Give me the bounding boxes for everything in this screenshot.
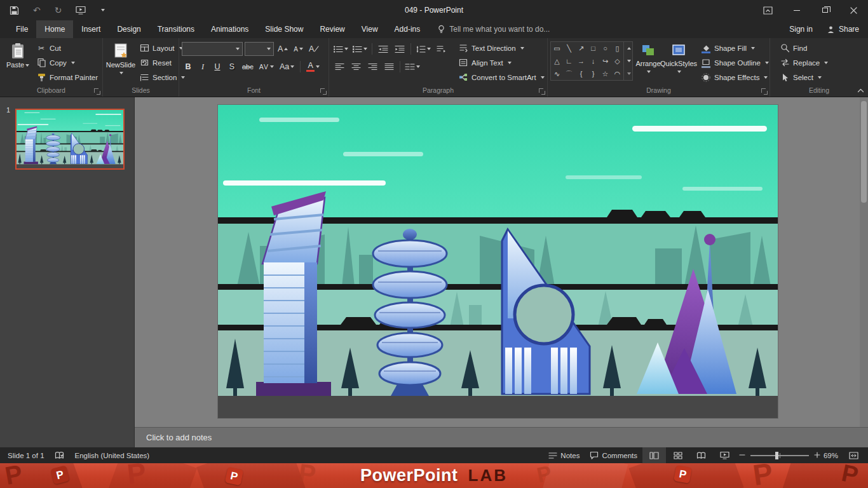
tab-slide-show[interactable]: Slide Show — [257, 20, 311, 38]
text-shadow-button[interactable]: S — [226, 60, 238, 74]
tab-add-ins[interactable]: Add-ins — [386, 20, 429, 38]
shape-arc[interactable]: ⌒ — [563, 67, 575, 80]
minimize-button[interactable] — [782, 0, 811, 20]
numbering-button[interactable] — [351, 42, 369, 56]
align-left-button[interactable] — [332, 60, 347, 74]
increase-indent-button[interactable] — [392, 42, 407, 56]
tab-insert[interactable]: Insert — [73, 20, 109, 38]
shape-effects-button[interactable]: Shape Effects — [698, 70, 772, 85]
vertical-scrollbar[interactable] — [860, 97, 868, 427]
font-name-combobox[interactable] — [182, 42, 243, 56]
bold-button[interactable]: B — [182, 60, 194, 74]
slide-canvas[interactable] — [218, 105, 778, 418]
slide-show-button[interactable] — [713, 447, 736, 463]
zoom-out-button[interactable] — [739, 452, 745, 459]
shape-left-brace[interactable]: { — [575, 67, 587, 80]
shape-fill-button[interactable]: Shape Fill — [698, 41, 772, 55]
line-spacing-button[interactable] — [414, 42, 432, 56]
format-painter-button[interactable]: Format Painter — [33, 70, 101, 85]
shape-rectangle[interactable]: □ — [587, 42, 599, 55]
justify-button[interactable] — [381, 60, 397, 74]
start-from-beginning-button[interactable] — [69, 0, 93, 20]
zoom-slider-thumb[interactable] — [775, 452, 778, 459]
zoom-percentage[interactable]: 69% — [823, 452, 842, 459]
convert-to-smartart-button[interactable]: Convert to SmartArt — [455, 70, 548, 85]
italic-button[interactable]: I — [196, 60, 209, 74]
increase-font-size-button[interactable]: A — [276, 42, 290, 56]
shape-bent-arrow[interactable]: ↪ — [599, 55, 611, 67]
language-indicator[interactable]: English (United States) — [70, 447, 155, 463]
align-center-button[interactable] — [348, 60, 363, 74]
arrange-button[interactable]: Arrange — [633, 40, 663, 76]
columns-button[interactable] — [403, 60, 421, 74]
spell-check-button[interactable] — [50, 447, 70, 463]
replace-button[interactable]: Replace — [776, 55, 831, 70]
tell-me-box[interactable]: Tell me what you want to do... — [431, 20, 556, 38]
shape-arrow-right[interactable]: → — [575, 55, 587, 67]
decrease-indent-button[interactable] — [376, 42, 391, 56]
shape-rounded-rectangle[interactable]: ▯ — [611, 42, 623, 55]
shape-right-brace[interactable]: } — [587, 67, 599, 80]
tab-design[interactable]: Design — [109, 20, 149, 38]
align-right-button[interactable] — [365, 60, 380, 74]
zoom-in-button[interactable] — [814, 452, 820, 459]
change-case-button[interactable]: Aa — [278, 60, 296, 74]
normal-view-button[interactable] — [642, 447, 666, 463]
reading-view-button[interactable] — [689, 447, 713, 463]
shape-chord[interactable]: ◠ — [611, 67, 623, 80]
redo-button[interactable]: ↻ — [48, 0, 69, 20]
clear-formatting-button[interactable]: A — [307, 42, 321, 56]
zoom-slider[interactable] — [750, 455, 809, 456]
slide-indicator[interactable]: Slide 1 of 1 — [3, 447, 50, 463]
tab-transitions[interactable]: Transitions — [149, 20, 203, 38]
save-button[interactable] — [3, 0, 26, 20]
customize-qat-button[interactable] — [93, 0, 112, 20]
notes-pane[interactable]: Click to add notes — [135, 427, 868, 447]
paste-button[interactable]: Paste — [3, 40, 33, 70]
text-direction-button[interactable]: Text Direction — [455, 41, 548, 55]
strikethrough-button[interactable]: abc — [240, 60, 255, 74]
shape-arrow-line[interactable]: ↗ — [575, 42, 587, 55]
shape-star[interactable]: ☆ — [599, 67, 611, 80]
copy-button[interactable]: Copy — [33, 55, 101, 70]
tab-file[interactable]: File — [8, 20, 36, 38]
drawing-dialog-launcher-icon[interactable] — [761, 88, 768, 95]
slide-sorter-view-button[interactable] — [666, 447, 689, 463]
shape-line[interactable]: ╲ — [563, 42, 575, 55]
shape-textbox[interactable]: ▭ — [551, 42, 563, 55]
shape-arrow-down[interactable]: ↓ — [587, 55, 599, 67]
collapse-ribbon-button[interactable] — [857, 86, 864, 95]
cut-button[interactable]: ✂ Cut — [33, 41, 101, 55]
character-spacing-button[interactable]: AV — [257, 60, 276, 74]
sign-in-link[interactable]: Sign in — [789, 25, 813, 34]
share-button[interactable]: Share — [827, 25, 859, 34]
font-dialog-launcher-icon[interactable] — [320, 88, 327, 95]
font-color-button[interactable]: A — [304, 60, 322, 74]
tab-animations[interactable]: Animations — [203, 20, 257, 38]
tab-home[interactable]: Home — [36, 20, 73, 38]
bullets-button[interactable] — [332, 42, 349, 56]
comments-toggle-button[interactable]: Comments — [585, 447, 642, 463]
slide-thumbnail[interactable] — [15, 109, 125, 170]
shape-outline-button[interactable]: Shape Outline — [698, 55, 772, 70]
ribbon-display-options-button[interactable] — [754, 0, 782, 20]
undo-button[interactable]: ↶ — [26, 0, 48, 20]
notes-toggle-button[interactable]: Notes — [543, 447, 585, 463]
close-button[interactable] — [839, 0, 868, 20]
tab-view[interactable]: View — [353, 20, 386, 38]
new-slide-button[interactable]: NewSlide — [105, 40, 136, 78]
scrollbar-thumb[interactable] — [861, 101, 867, 203]
shape-right-triangle[interactable]: ∟ — [563, 55, 575, 67]
fit-slide-to-window-button[interactable] — [842, 447, 865, 463]
restore-button[interactable] — [811, 0, 839, 20]
align-text-button[interactable]: Align Text — [455, 55, 548, 70]
tab-review[interactable]: Review — [311, 20, 353, 38]
decrease-font-size-button[interactable]: A — [292, 42, 305, 56]
quick-styles-button[interactable]: QuickStyles — [663, 40, 694, 76]
underline-button[interactable]: U — [211, 60, 224, 74]
shapes-gallery-scrollbar[interactable] — [623, 42, 632, 80]
select-button[interactable]: Select — [776, 70, 831, 85]
shape-diamond[interactable]: ◇ — [611, 55, 623, 67]
clipboard-dialog-launcher-icon[interactable] — [94, 88, 100, 95]
paragraph-dialog-launcher-icon[interactable] — [539, 88, 545, 95]
